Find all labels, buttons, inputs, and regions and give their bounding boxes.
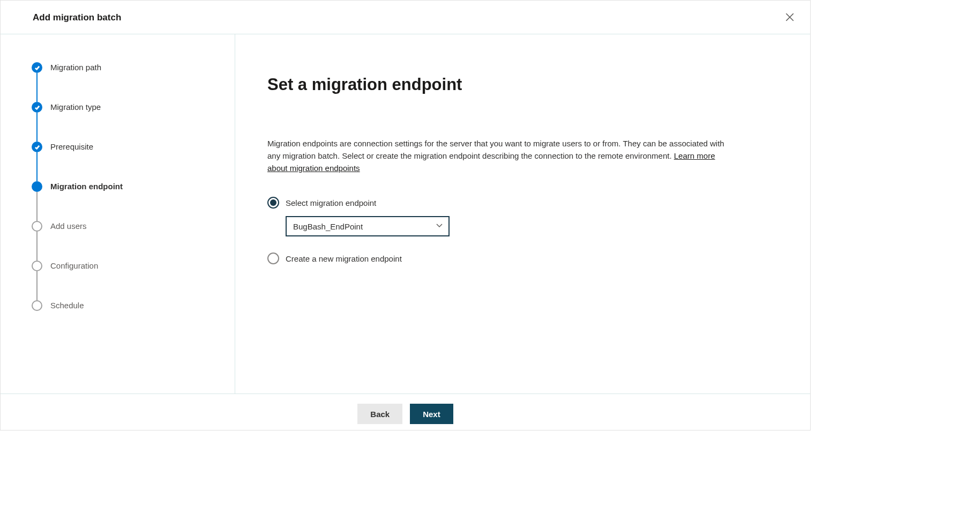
step-schedule[interactable]: Schedule	[32, 300, 235, 311]
dropdown-value: BugBash_EndPoint	[293, 222, 363, 231]
checkmark-icon	[32, 142, 42, 152]
pending-step-icon	[32, 300, 42, 311]
main-content: Set a migration endpoint Migration endpo…	[235, 34, 750, 394]
dialog-header: Add migration batch	[1, 1, 810, 34]
step-list: Migration path Migration type	[32, 62, 235, 311]
step-label: Migration path	[50, 62, 101, 73]
close-icon	[785, 12, 795, 24]
radio-label: Select migration endpoint	[286, 198, 376, 207]
page-title: Set a migration endpoint	[267, 75, 728, 94]
radio-icon	[267, 197, 279, 209]
step-migration-endpoint[interactable]: Migration endpoint	[32, 181, 235, 221]
step-label: Prerequisite	[50, 142, 93, 152]
dialog-title: Add migration batch	[33, 12, 121, 23]
close-button[interactable]	[782, 10, 797, 25]
chevron-down-icon	[436, 221, 443, 231]
endpoint-choice-group: Select migration endpoint BugBash_EndPoi…	[267, 197, 728, 272]
back-button[interactable]: Back	[357, 404, 402, 424]
step-prerequisite[interactable]: Prerequisite	[32, 142, 235, 181]
dialog-footer: Back Next	[1, 394, 810, 431]
page-description: Migration endpoints are connection setti…	[267, 137, 728, 174]
checkmark-icon	[32, 102, 42, 113]
radio-icon	[267, 253, 279, 264]
step-add-users[interactable]: Add users	[32, 221, 235, 261]
step-label: Migration type	[50, 102, 101, 113]
pending-step-icon	[32, 221, 42, 232]
dialog-body: Migration path Migration type	[1, 34, 810, 394]
step-configuration[interactable]: Configuration	[32, 261, 235, 300]
step-migration-type[interactable]: Migration type	[32, 102, 235, 142]
wizard-steps-sidebar: Migration path Migration type	[1, 34, 235, 394]
radio-create-endpoint[interactable]: Create a new migration endpoint	[267, 253, 728, 264]
pending-step-icon	[32, 261, 42, 271]
step-label: Schedule	[50, 300, 84, 311]
step-migration-path[interactable]: Migration path	[32, 62, 235, 102]
endpoint-dropdown[interactable]: BugBash_EndPoint	[286, 216, 450, 236]
next-button[interactable]: Next	[410, 404, 453, 424]
step-label: Add users	[50, 221, 87, 232]
step-label: Migration endpoint	[50, 181, 123, 192]
radio-select-endpoint[interactable]: Select migration endpoint	[267, 197, 728, 209]
radio-label: Create a new migration endpoint	[286, 254, 402, 263]
active-step-icon	[32, 181, 42, 192]
checkmark-icon	[32, 62, 42, 73]
step-label: Configuration	[50, 261, 98, 271]
